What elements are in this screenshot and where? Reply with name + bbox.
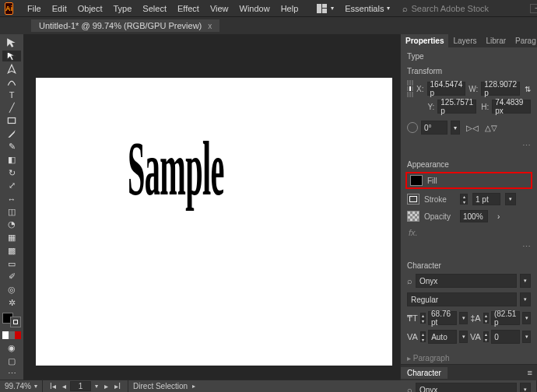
leading-input[interactable]: (82.51 p	[491, 311, 520, 325]
zoom-level[interactable]: 99.74%▾	[0, 380, 43, 392]
fill-stroke-swatch[interactable]	[2, 313, 21, 327]
stock-search-input[interactable]: ⌕ Search Adobe Stock	[399, 2, 524, 15]
document-tab[interactable]: Untitled-1* @ 99.74% (RGB/GPU Preview) x	[31, 19, 219, 32]
line-tool[interactable]: ╱	[2, 102, 21, 114]
stroke-swatch[interactable]	[10, 317, 21, 327]
menu-window[interactable]: Window	[235, 2, 275, 15]
appearance-more-button[interactable]: ⋯	[401, 240, 537, 254]
tab-libraries[interactable]: Librar	[481, 34, 511, 47]
stroke-weight-dropdown[interactable]: ▾	[505, 193, 516, 205]
x-label: X:	[416, 85, 423, 93]
flip-vertical-button[interactable]: △▽	[485, 121, 497, 134]
stroke-row[interactable]: Stroke ▴▾ 1 pt ▾	[401, 191, 537, 208]
char-panel-menu[interactable]: ≡	[523, 368, 537, 377]
free-transform-tool[interactable]: ◫	[2, 206, 21, 218]
sample-text-object[interactable]: Sample	[128, 124, 224, 213]
font-family-dropdown[interactable]: ▾	[520, 274, 531, 288]
rotate-tool[interactable]: ↻	[2, 167, 21, 179]
menu-help[interactable]: Help	[276, 2, 304, 15]
mesh-tool[interactable]: ▩	[2, 245, 21, 257]
pen-tool[interactable]	[2, 63, 21, 75]
color-mode[interactable]	[2, 329, 21, 341]
eyedropper-tool[interactable]: ✐	[2, 271, 21, 282]
font-family-select[interactable]: Onyx	[416, 274, 517, 288]
blend-tool[interactable]: ◎	[2, 284, 21, 296]
type-tool[interactable]: T	[2, 89, 21, 101]
eraser-tool[interactable]: ◧	[2, 154, 21, 166]
menu-type[interactable]: Type	[109, 2, 137, 15]
opacity-arrow-icon[interactable]: ›	[497, 212, 500, 221]
tracking-input[interactable]: 0	[491, 330, 520, 344]
rotate-dropdown[interactable]: ▾	[451, 121, 460, 135]
gradient-tool[interactable]: ▭	[2, 258, 21, 270]
direct-selection-tool[interactable]	[2, 51, 21, 62]
tracking-dropdown[interactable]: ▾	[522, 331, 531, 343]
first-artboard-button[interactable]: I◂	[47, 382, 58, 390]
font-style-select[interactable]: Regular	[407, 292, 517, 306]
draw-mode[interactable]: ◉	[2, 342, 21, 354]
symbol-sprayer-tool[interactable]: ✲	[2, 297, 21, 309]
canvas[interactable]: Sample	[23, 34, 400, 380]
opacity-row[interactable]: Opacity 100% ›	[401, 208, 537, 225]
perspective-tool[interactable]: ▦	[2, 232, 21, 243]
leading-dropdown[interactable]: ▾	[522, 312, 531, 324]
font-style-dropdown[interactable]: ▾	[520, 292, 531, 306]
menu-effect[interactable]: Effect	[173, 2, 204, 15]
kerning-dropdown[interactable]: ▾	[459, 331, 468, 343]
selection-tool[interactable]	[2, 37, 21, 49]
shape-builder-tool[interactable]: ◔	[2, 219, 21, 231]
fill-swatch-panel[interactable]	[410, 175, 423, 186]
fill-row-highlight: Fill	[405, 172, 532, 189]
workspace-switcher[interactable]: Essentials ▾	[342, 2, 393, 15]
tab-layers[interactable]: Layers	[448, 34, 481, 47]
artboard-number[interactable]: 1	[70, 381, 92, 391]
font-search-icon[interactable]: ⌕	[407, 276, 412, 285]
tab-properties[interactable]: Properties	[401, 34, 448, 47]
next-artboard-button[interactable]: ▸	[102, 382, 111, 390]
flip-horizontal-button[interactable]: ▷◁	[466, 121, 479, 134]
last-artboard-button[interactable]: ▸I	[112, 382, 123, 390]
paintbrush-tool[interactable]	[2, 128, 21, 140]
stroke-swatch-panel[interactable]	[407, 194, 419, 205]
artboard-nav[interactable]: I◂ ◂ 1 ▾ ▸ ▸I	[43, 380, 128, 392]
w-input[interactable]: 128.9072 p	[481, 82, 520, 96]
scale-tool[interactable]: ⤢	[2, 180, 21, 192]
font-size-dropdown[interactable]: ▾	[459, 312, 468, 324]
menu-edit[interactable]: Edit	[47, 2, 72, 15]
tab-paragraph[interactable]: Parag	[511, 34, 537, 47]
h-input[interactable]: 74.4839 px	[492, 100, 531, 114]
transform-more-button[interactable]: ⋯	[401, 139, 537, 152]
opacity-input[interactable]: 100%	[460, 210, 488, 222]
menu-select[interactable]: Select	[138, 2, 171, 15]
rotate-input[interactable]: 0°	[421, 121, 447, 135]
reference-point-picker[interactable]	[407, 80, 413, 97]
window-minimize-button[interactable]: －	[530, 4, 537, 13]
paragraph-collapsed-head[interactable]: Paragraph	[401, 349, 537, 364]
chevron-down-icon: ▾	[331, 5, 334, 12]
font-size-input[interactable]: 68.76 pt	[428, 311, 457, 325]
screen-mode[interactable]: ▢	[2, 355, 21, 367]
menu-view[interactable]: View	[205, 2, 233, 15]
tab-character-2[interactable]: Character	[401, 367, 447, 379]
close-tab-button[interactable]: x	[208, 22, 212, 30]
x-input[interactable]: 164.5474 p	[427, 82, 466, 96]
width-tool[interactable]: ↔	[2, 193, 21, 205]
shaper-tool[interactable]: ✎	[2, 142, 21, 153]
transform-section: X: 164.5474 p W: 128.9072 p ⇅ Y: 125.757…	[401, 77, 537, 119]
kerning-input[interactable]: Auto	[428, 330, 457, 344]
fill-row[interactable]: Fill	[409, 175, 529, 186]
y-input[interactable]: 125.7571 p	[437, 100, 476, 114]
menu-file[interactable]: File	[23, 2, 46, 15]
arrange-documents-button[interactable]: ▾	[312, 2, 339, 15]
stroke-weight-input[interactable]: 1 pt	[472, 193, 500, 205]
fx-button[interactable]: fx.	[401, 225, 537, 240]
prev-artboard-button[interactable]: ◂	[60, 382, 68, 390]
menu-object[interactable]: Object	[73, 2, 107, 15]
app-logo[interactable]: Ai	[5, 2, 13, 15]
curvature-tool[interactable]	[2, 76, 21, 88]
edit-toolbar[interactable]: ⋯	[2, 369, 21, 380]
panel-tabs: Properties Layers Librar Parag Open	[401, 34, 537, 47]
panel-dock: Properties Layers Librar Parag Open Type…	[400, 34, 537, 380]
link-wh-icon[interactable]: ⇅	[525, 85, 531, 93]
rectangle-tool[interactable]	[2, 115, 21, 127]
